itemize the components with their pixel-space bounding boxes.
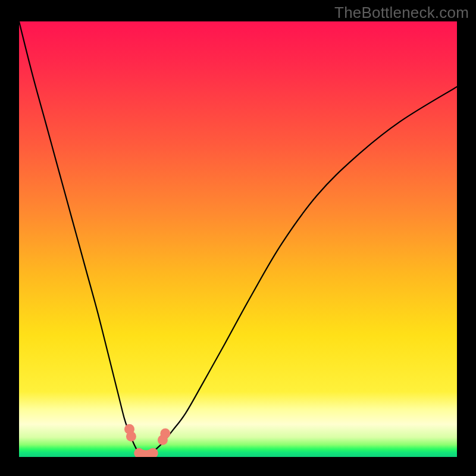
highlight-dot (160, 428, 170, 439)
highlight-dot (126, 431, 136, 441)
curve-layer (19, 21, 457, 457)
watermark-text: TheBottleneck.com (334, 4, 469, 22)
outer-frame: TheBottleneck.com (0, 0, 476, 476)
plot-area (19, 21, 457, 457)
highlight-markers (124, 424, 170, 457)
bottleneck-curve-path (19, 21, 457, 457)
